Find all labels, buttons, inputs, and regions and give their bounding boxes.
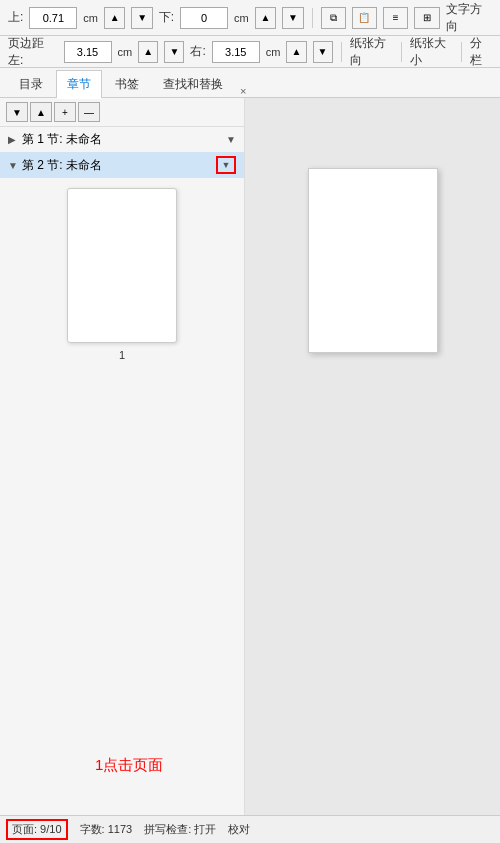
top-margin-unit: cm — [83, 12, 98, 24]
panel-down-btn[interactable]: ▼ — [6, 102, 28, 122]
panel-up-btn[interactable]: ▲ — [30, 102, 52, 122]
tab-find[interactable]: 查找和替换 — [152, 70, 234, 98]
panel-add-btn[interactable]: + — [54, 102, 76, 122]
bottom-margin-input[interactable] — [180, 7, 228, 29]
toolbar-sep3 — [401, 42, 402, 62]
left-margin-up[interactable]: ▲ — [138, 41, 158, 63]
top-margin-input[interactable] — [29, 7, 77, 29]
columns-btn[interactable]: 分栏 — [470, 35, 492, 69]
status-bar: 页面: 9/10 字数: 1173 拼写检查: 打开 校对 — [0, 815, 500, 843]
left-margin-input[interactable] — [64, 41, 112, 63]
status-wordcount: 字数: 1173 — [80, 822, 133, 837]
left-margin-unit: cm — [118, 46, 133, 58]
tab-close-btn[interactable]: × — [240, 85, 246, 97]
bottom-margin-up[interactable]: ▲ — [255, 7, 276, 29]
paste-btn[interactable]: 📋 — [352, 7, 377, 29]
right-content[interactable]: 2，点这个删除章 — [245, 98, 500, 843]
bottom-margin-unit: cm — [234, 12, 249, 24]
direction-btn[interactable]: ⊞ — [414, 7, 439, 29]
chapter1-name: 第 1 节: 未命名 — [22, 131, 222, 148]
status-wordcount-label: 字数: 1173 — [80, 822, 133, 837]
toolbar-sep1 — [312, 8, 313, 28]
right-margin-input[interactable] — [212, 41, 260, 63]
right-margin-label: 右: — [190, 43, 205, 60]
chapter2-name: 第 2 节: 未命名 — [22, 157, 212, 174]
tab-bar: 目录 章节 书签 查找和替换 × — [0, 68, 500, 98]
tab-toc[interactable]: 目录 — [8, 70, 54, 98]
chapter-item-2[interactable]: ▼ 第 2 节: 未命名 ▼ — [0, 152, 244, 178]
paper-dir-btn[interactable]: 纸张方向 — [350, 35, 393, 69]
left-margin-down[interactable]: ▼ — [164, 41, 184, 63]
right-margin-up[interactable]: ▲ — [286, 41, 306, 63]
bottom-margin-label: 下: — [159, 9, 174, 26]
page-thumbnails: 1 — [0, 178, 244, 371]
chapter-item-1[interactable]: ▶ 第 1 节: 未命名 ▼ — [0, 127, 244, 152]
bottom-margin-down[interactable]: ▼ — [282, 7, 303, 29]
chapter1-chevron: ▼ — [226, 134, 236, 145]
left-panel: ▼ ▲ + — ▶ 第 1 节: 未命名 ▼ ▼ 第 2 节: 未命名 ▼ 1 — [0, 98, 245, 843]
chapter1-arrow: ▶ — [8, 134, 18, 145]
main-layout: ▼ ▲ + — ▶ 第 1 节: 未命名 ▼ ▼ 第 2 节: 未命名 ▼ 1 — [0, 98, 500, 843]
status-spellcheck-label: 拼写检查: 打开 — [144, 822, 216, 837]
status-page-box: 页面: 9/10 — [6, 819, 68, 840]
text-direction-label: 文字方向 — [446, 1, 493, 35]
page-thumb-label-1: 1 — [119, 349, 125, 361]
status-review-label: 校对 — [228, 822, 250, 837]
chapter2-dropdown-btn[interactable]: ▼ — [216, 156, 236, 174]
left-margin-label: 页边距 左: — [8, 35, 58, 69]
toolbar-row2: 页边距 左: cm ▲ ▼ 右: cm ▲ ▼ 纸张方向 纸张大小 分栏 — [0, 36, 500, 68]
chapter2-arrow: ▼ — [8, 160, 18, 171]
top-margin-label: 上: — [8, 9, 23, 26]
page-thumb-1[interactable] — [67, 188, 177, 343]
chapter-list: ▶ 第 1 节: 未命名 ▼ ▼ 第 2 节: 未命名 ▼ 1 — [0, 127, 244, 843]
top-margin-up[interactable]: ▲ — [104, 7, 125, 29]
tab-bookmark[interactable]: 书签 — [104, 70, 150, 98]
paper-size-btn[interactable]: 纸张大小 — [410, 35, 453, 69]
copy-btn[interactable]: ⧉ — [321, 7, 346, 29]
panel-toolbar: ▼ ▲ + — — [0, 98, 244, 127]
tab-chapter[interactable]: 章节 — [56, 70, 102, 98]
toolbar-row1: 上: cm ▲ ▼ 下: cm ▲ ▼ ⧉ 📋 ≡ ⊞ 文字方向 — [0, 0, 500, 36]
status-review: 校对 — [228, 822, 250, 837]
status-spellcheck: 拼写检查: 打开 — [144, 822, 216, 837]
panel-remove-btn[interactable]: — — [78, 102, 100, 122]
align-btn[interactable]: ≡ — [383, 7, 408, 29]
right-margin-down[interactable]: ▼ — [313, 41, 333, 63]
toolbar-sep4 — [461, 42, 462, 62]
toolbar-sep2 — [341, 42, 342, 62]
right-page-preview — [308, 168, 438, 353]
status-page: 页面: 9/10 — [6, 819, 68, 840]
right-margin-unit: cm — [266, 46, 281, 58]
top-margin-down[interactable]: ▼ — [131, 7, 152, 29]
